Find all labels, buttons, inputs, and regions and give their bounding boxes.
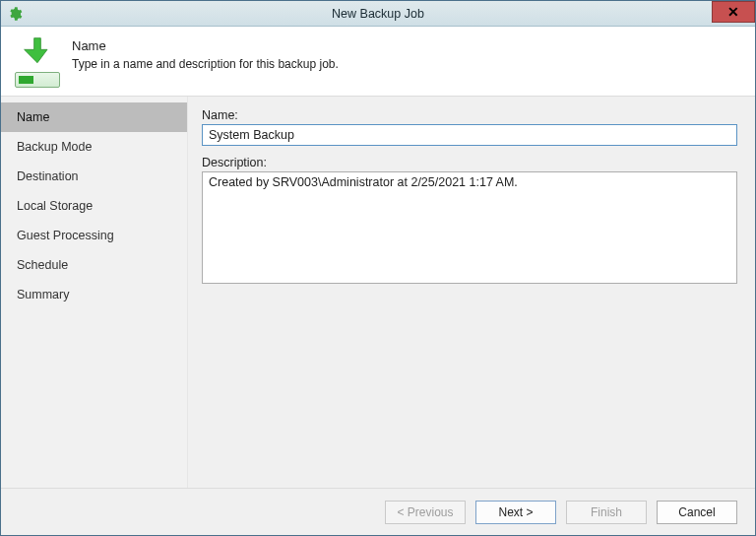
sidebar-item-label: Schedule bbox=[17, 258, 68, 272]
header-title: Name bbox=[72, 38, 339, 53]
dialog-body: Name Backup Mode Destination Local Stora… bbox=[1, 97, 755, 488]
name-label: Name: bbox=[202, 108, 737, 122]
sidebar-item-schedule[interactable]: Schedule bbox=[1, 250, 187, 280]
sidebar-item-label: Summary bbox=[17, 288, 69, 302]
sidebar-item-backup-mode[interactable]: Backup Mode bbox=[1, 132, 187, 162]
description-label: Description: bbox=[202, 156, 737, 169]
previous-button: < Previous bbox=[385, 501, 466, 524]
header-text: Name Type in a name and description for … bbox=[72, 36, 339, 71]
close-button[interactable]: ✕ bbox=[712, 1, 755, 23]
download-arrow-icon bbox=[21, 36, 54, 66]
next-button[interactable]: Next > bbox=[475, 501, 556, 524]
name-input[interactable] bbox=[202, 124, 737, 146]
header-icon-column bbox=[15, 36, 60, 88]
close-icon: ✕ bbox=[727, 4, 739, 20]
sidebar-item-label: Backup Mode bbox=[17, 140, 92, 154]
finish-button: Finish bbox=[566, 501, 647, 524]
disk-progress-icon bbox=[15, 72, 60, 88]
sidebar-item-label: Name bbox=[17, 110, 49, 124]
description-textarea[interactable] bbox=[202, 171, 737, 284]
sidebar-item-summary[interactable]: Summary bbox=[1, 280, 187, 309]
sidebar-item-name[interactable]: Name bbox=[1, 102, 187, 132]
form-panel: Name: Description: bbox=[188, 97, 755, 488]
sidebar-item-local-storage[interactable]: Local Storage bbox=[1, 191, 187, 221]
title-bar: New Backup Job ✕ bbox=[1, 1, 755, 27]
sidebar-item-label: Local Storage bbox=[17, 199, 93, 213]
sidebar-item-guest-processing[interactable]: Guest Processing bbox=[1, 221, 187, 250]
sidebar-item-label: Guest Processing bbox=[17, 229, 114, 242]
dialog-footer: < Previous Next > Finish Cancel bbox=[1, 488, 755, 535]
sidebar-item-destination[interactable]: Destination bbox=[1, 162, 187, 191]
step-sidebar: Name Backup Mode Destination Local Stora… bbox=[1, 97, 188, 488]
cancel-button[interactable]: Cancel bbox=[657, 501, 737, 524]
window-title: New Backup Job bbox=[1, 7, 755, 21]
dialog-window: New Backup Job ✕ Name Type in a name and… bbox=[0, 0, 756, 536]
sidebar-item-label: Destination bbox=[17, 169, 79, 183]
page-header: Name Type in a name and description for … bbox=[1, 27, 755, 96]
header-subtitle: Type in a name and description for this … bbox=[72, 57, 339, 71]
